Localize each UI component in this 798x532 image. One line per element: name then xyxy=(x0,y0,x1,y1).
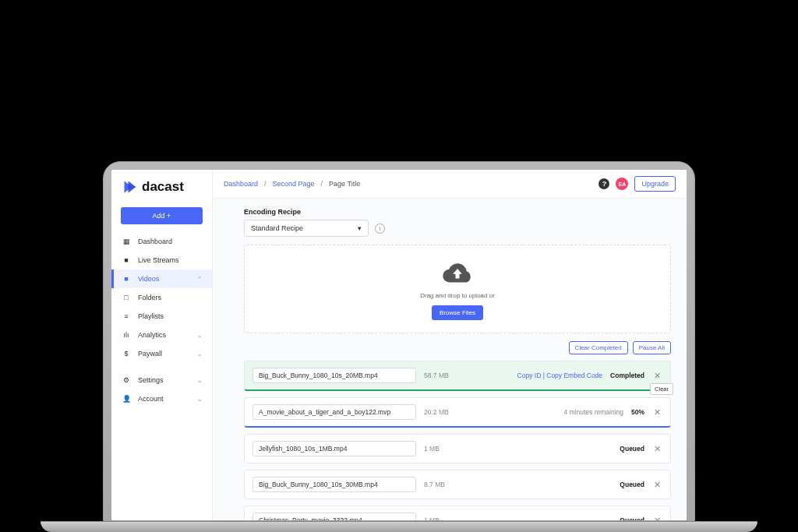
copy-links[interactable]: Copy ID | Copy Embed Code xyxy=(517,372,602,379)
encoding-label: Encoding Recipe xyxy=(244,208,671,216)
status-badge: Queued xyxy=(620,481,644,488)
browse-button[interactable]: Browse Files xyxy=(432,305,483,320)
sidebar-item-label: Playlists xyxy=(138,312,164,320)
pause-all-button[interactable]: Pause All xyxy=(633,341,671,354)
brand-logo: dacast xyxy=(111,170,212,204)
upload-row: Big_Buck_Bunny_1080_10s_20MB.mp4 58.7 MB… xyxy=(244,361,671,391)
chevron-down-icon: ⌄ xyxy=(197,377,203,384)
status-badge: Completed xyxy=(610,372,644,379)
clear-completed-button[interactable]: Clear Completed xyxy=(569,341,628,354)
file-size: 1 MB xyxy=(424,516,463,520)
sidebar-item-settings[interactable]: ⚙ Settings ⌄ xyxy=(111,371,212,389)
status-badge: Queued xyxy=(620,516,644,520)
sidebar-item-paywall[interactable]: $ Paywall ⌄ xyxy=(111,344,212,363)
sidebar: dacast Add + ▦ Dashboard ■ Live Streams xyxy=(111,170,213,520)
gear-icon: ⚙ xyxy=(121,376,132,384)
avatar[interactable]: EA xyxy=(616,178,628,190)
file-size: 58.7 MB xyxy=(424,372,463,379)
close-icon[interactable]: ✕ xyxy=(652,407,662,417)
sidebar-item-label: Folders xyxy=(138,294,161,301)
eta-text: 4 minutes remaining xyxy=(563,408,623,416)
percent-text: 50% xyxy=(631,408,644,416)
add-button[interactable]: Add + xyxy=(121,207,203,224)
sidebar-item-playlists[interactable]: ≡ Playlists xyxy=(111,307,212,326)
header: Dashboard / Second Page / Page Title ? E… xyxy=(213,170,687,199)
close-icon[interactable]: ✕ xyxy=(652,444,662,454)
filename-input[interactable]: Christmas_Party_movie_3322.mp4 xyxy=(252,513,416,520)
upload-row: Jellyfish_1080_10s_1MB.mp4 1 MB Queued ✕ xyxy=(244,434,671,463)
sidebar-item-label: Analytics xyxy=(138,331,166,339)
person-icon: 👤 xyxy=(121,395,132,403)
sidebar-item-live-streams[interactable]: ■ Live Streams xyxy=(111,251,212,270)
main-area: Dashboard / Second Page / Page Title ? E… xyxy=(213,170,687,520)
upload-row: Big_Buck_Bunny_1080_10s_30MB.mp4 8.7 MB … xyxy=(244,470,671,499)
crumb-sep: / xyxy=(264,180,267,188)
file-size: 8.7 MB xyxy=(424,481,463,488)
upload-row: Christmas_Party_movie_3322.mp4 1 MB Queu… xyxy=(244,506,671,520)
dollar-icon: $ xyxy=(121,350,132,358)
caret-down-icon: ▾ xyxy=(358,224,362,232)
info-icon[interactable]: i xyxy=(375,224,385,234)
laptop-frame: dacast Add + ▦ Dashboard ■ Live Streams xyxy=(103,161,695,532)
screen-bezel: dacast Add + ▦ Dashboard ■ Live Streams xyxy=(103,161,695,521)
upload-actions: Clear Completed Pause All xyxy=(244,341,671,354)
crumb-sep: / xyxy=(321,180,323,188)
dropzone-text: Drag and drop to upload or xyxy=(245,292,670,299)
sidebar-item-label: Videos xyxy=(138,275,159,283)
status-badge: Queued xyxy=(620,445,644,453)
nav-secondary: ⚙ Settings ⌄ 👤 Account ⌄ xyxy=(111,371,212,408)
camera-icon: ■ xyxy=(121,256,132,264)
sidebar-item-label: Dashboard xyxy=(138,238,172,245)
app-screen: dacast Add + ▦ Dashboard ■ Live Streams xyxy=(111,170,687,520)
video-icon: ■ xyxy=(121,275,132,283)
chevron-down-icon: ⌄ xyxy=(197,332,203,339)
cloud-upload-icon xyxy=(441,261,474,284)
sidebar-item-analytics[interactable]: ılı Analytics ⌄ xyxy=(111,326,212,344)
sidebar-item-label: Account xyxy=(138,395,164,403)
laptop-base xyxy=(41,521,757,532)
file-size: 1 MB xyxy=(424,445,463,453)
close-icon[interactable]: ✕ xyxy=(652,371,662,381)
sidebar-item-account[interactable]: 👤 Account ⌄ xyxy=(111,389,212,408)
sidebar-item-dashboard[interactable]: ▦ Dashboard xyxy=(111,232,212,251)
help-icon[interactable]: ? xyxy=(598,178,609,189)
upgrade-button[interactable]: Upgrade xyxy=(634,176,676,192)
dropzone[interactable]: Drag and drop to upload or Browse Files xyxy=(244,245,671,333)
filename-input[interactable]: Big_Buck_Bunny_1080_10s_30MB.mp4 xyxy=(252,477,416,492)
playlist-icon: ≡ xyxy=(121,312,132,320)
sidebar-item-label: Paywall xyxy=(138,350,162,358)
sidebar-item-label: Settings xyxy=(138,376,164,384)
filename-input[interactable]: Big_Buck_Bunny_1080_10s_20MB.mp4 xyxy=(252,368,416,383)
sidebar-item-folders[interactable]: □ Folders xyxy=(111,288,212,307)
breadcrumb-2[interactable]: Second Page xyxy=(273,180,315,188)
folder-icon: □ xyxy=(121,294,132,301)
filename-input[interactable]: A_movie_about_a_tiger_and_a_boy122.mvp xyxy=(252,404,416,420)
logo-icon xyxy=(122,179,138,195)
sidebar-item-label: Live Streams xyxy=(138,256,179,264)
recipe-value: Standard Recipe xyxy=(251,224,303,232)
content: Encoding Recipe Standard Recipe ▾ i xyxy=(213,199,687,520)
analytics-icon: ılı xyxy=(121,331,132,339)
sidebar-item-videos[interactable]: ■ Videos ⌃ xyxy=(111,270,212,288)
chevron-down-icon: ⌄ xyxy=(197,351,203,358)
chevron-down-icon: ⌄ xyxy=(197,396,203,403)
close-icon[interactable]: ✕ xyxy=(652,480,662,490)
recipe-select[interactable]: Standard Recipe ▾ xyxy=(244,220,369,237)
brand-text: dacast xyxy=(142,179,184,195)
nav-primary: ▦ Dashboard ■ Live Streams ■ Videos ⌃ xyxy=(111,232,212,363)
chevron-up-icon: ⌃ xyxy=(197,276,203,283)
breadcrumb-3: Page Title xyxy=(329,180,360,188)
filename-input[interactable]: Jellyfish_1080_10s_1MB.mp4 xyxy=(252,441,416,456)
upload-row: A_movie_about_a_tiger_and_a_boy122.mvp 2… xyxy=(244,397,671,428)
breadcrumb-1[interactable]: Dashboard xyxy=(224,180,258,188)
file-size: 20.2 MB xyxy=(424,408,463,416)
tooltip: Clear xyxy=(650,383,673,395)
close-icon[interactable]: ✕ xyxy=(652,516,662,521)
dashboard-icon: ▦ xyxy=(121,238,132,245)
